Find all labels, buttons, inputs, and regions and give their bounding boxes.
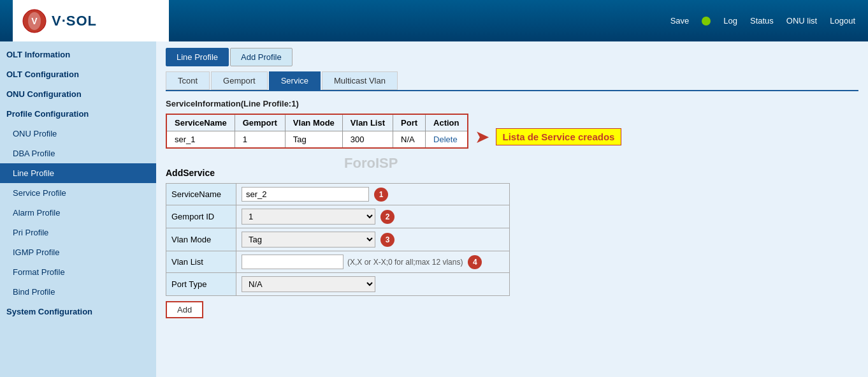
table-annotation-row: ServiceName Gemport Vlan Mode Vlan List … [166,114,858,160]
add-button[interactable]: Add [166,301,203,318]
sidebar-item-dba-profile[interactable]: DBA Profile [0,144,156,163]
tab-tcont[interactable]: Tcont [166,71,210,90]
label-service-name: ServiceName [166,184,236,205]
vlan-list-hint: (X,X or X-X;0 for all;max 12 vlans) [347,258,463,267]
tabs-row-2: Tcont Gemport Service Multicast Vlan [166,71,858,91]
sidebar-item-alarm-profile[interactable]: Alarm Profile [0,203,156,223]
status-dot [702,17,711,26]
label-vlan-list: Vlan List [166,251,236,273]
table-row: ser_1 1 Tag 300 N/A Delete [166,131,468,149]
logout-link[interactable]: Logout [830,16,855,26]
badge-2: 2 [380,210,394,224]
logo-text: V·SOL [52,13,97,29]
form-row-vlan-mode: Vlan Mode Tag Transparent Translation 3 [166,228,510,251]
sidebar-item-onu-profile[interactable]: ONU Profile [0,124,156,144]
vsol-logo-icon: V [22,9,47,33]
add-service-form: ServiceName 1 Gemport ID [166,183,510,296]
form-row-service-name: ServiceName 1 [166,184,510,205]
annotation-arrow-icon: ➤ [475,126,489,147]
annotation-label: Lista de Service creados [496,128,622,145]
tabs-row-1: Line Profile Add Profile [166,48,858,66]
add-service-section: AddService ForoISP ServiceName 1 [166,168,858,318]
sidebar-item-line-profile[interactable]: Line Profile [0,163,156,183]
main-layout: OLT Information OLT Configuration ONU Co… [0,41,868,377]
sidebar-item-service-profile[interactable]: Service Profile [0,183,156,203]
content-area: Line Profile Add Profile Tcont Gemport S… [156,41,868,377]
cell-service-name: ser_1 [166,131,235,149]
form-row-vlan-list: Vlan List (X,X or X-X;0 for all;max 12 v… [166,251,510,273]
cell-select-port-type: N/A ETH VEIP [236,273,510,296]
cell-action: Delete [426,131,468,149]
service-table-container: ServiceName Gemport Vlan Mode Vlan List … [166,114,468,160]
cell-vlan-mode: Tag [285,131,342,149]
delete-link[interactable]: Delete [433,135,458,144]
service-table: ServiceName Gemport Vlan Mode Vlan List … [166,114,468,149]
onu-list-link[interactable]: ONU list [786,16,817,26]
sidebar-item-profile-config[interactable]: Profile Configuration [0,104,156,124]
section-info-title: ServiceInformation(Line Profile:1) [166,99,858,108]
form-row-gemport-id: Gemport ID 1 2 3 4 2 [166,205,510,228]
tab-multicast-vlan[interactable]: Multicast Vlan [322,71,398,90]
select-port-type[interactable]: N/A ETH VEIP [242,276,375,292]
col-port: Port [393,114,426,131]
select-gemport-id[interactable]: 1 2 3 4 [242,209,375,225]
sidebar-item-pri-profile[interactable]: Pri Profile [0,223,156,242]
badge-4: 4 [468,255,482,269]
cell-input-service-name: 1 [236,184,510,205]
form-row-port-type: Port Type N/A ETH VEIP [166,273,510,296]
badge-3: 3 [380,233,394,247]
sidebar: OLT Information OLT Configuration ONU Co… [0,41,156,377]
cell-input-vlan-list: (X,X or X-X;0 for all;max 12 vlans) 4 [236,251,510,273]
add-service-title: AddService [166,168,858,178]
input-service-name[interactable] [242,187,369,202]
sidebar-item-olt-config[interactable]: OLT Configuration [0,64,156,84]
input-vlan-list[interactable] [242,255,344,269]
cell-port: N/A [393,131,426,149]
cell-vlan-list: 300 [342,131,393,149]
col-service-name: ServiceName [166,114,235,131]
tab-gemport[interactable]: Gemport [211,71,268,90]
col-vlan-list: Vlan List [342,114,393,131]
label-vlan-mode: Vlan Mode [166,228,236,251]
sidebar-item-system-config[interactable]: System Configuration [0,302,156,322]
svg-text:V: V [31,16,38,26]
sidebar-item-bind-profile[interactable]: Bind Profile [0,282,156,302]
cell-select-gemport-id: 1 2 3 4 2 [236,205,510,228]
logo-area: V V·SOL [13,0,169,41]
log-link[interactable]: Log [723,16,737,26]
cell-gemport: 1 [235,131,285,149]
sidebar-item-onu-config[interactable]: ONU Configuration [0,84,156,104]
sidebar-item-igmp-profile[interactable]: IGMP Profile [0,242,156,262]
tab-add-profile[interactable]: Add Profile [230,48,293,66]
sidebar-item-olt-info[interactable]: OLT Information [0,45,156,64]
status-link[interactable]: Status [750,16,774,26]
sidebar-item-format-profile[interactable]: Format Profile [0,262,156,282]
cell-select-vlan-mode: Tag Transparent Translation 3 [236,228,510,251]
tab-line-profile[interactable]: Line Profile [166,48,229,66]
label-gemport-id: Gemport ID [166,205,236,228]
tab-service[interactable]: Service [269,71,321,90]
col-vlan-mode: Vlan Mode [285,114,342,131]
header: V V·SOL Save Log Status ONU list Logout [0,0,868,41]
col-gemport: Gemport [235,114,285,131]
col-action: Action [426,114,468,131]
save-label: Save [670,16,690,26]
select-vlan-mode[interactable]: Tag Transparent Translation [242,232,375,248]
badge-1: 1 [374,188,388,202]
label-port-type: Port Type [166,273,236,296]
header-nav: Save Log Status ONU list Logout [169,16,855,26]
